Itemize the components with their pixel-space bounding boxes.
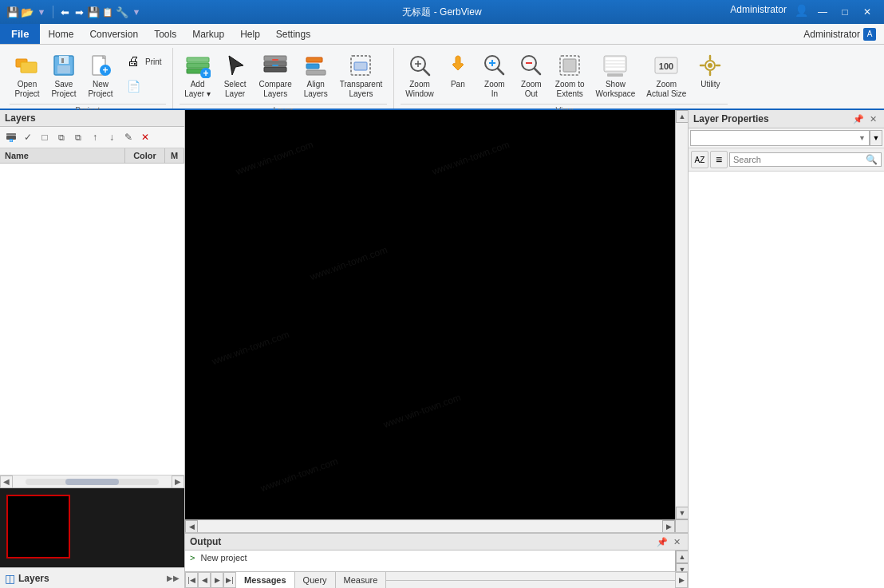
- layers-down-button[interactable]: ↓: [104, 129, 120, 145]
- layers-copy1-button[interactable]: ⧉: [53, 129, 69, 145]
- layers-delete-button[interactable]: ✕: [137, 129, 153, 145]
- menubar: File Home Conversion Tools Markup Help S…: [0, 24, 884, 45]
- prop-sort-cat-button[interactable]: ≡: [710, 151, 728, 168]
- output-vscroll[interactable]: ▲ ▼: [675, 551, 688, 571]
- layers-scroll-track[interactable]: [26, 479, 159, 485]
- show-workspace-button[interactable]: ShowWorkspace: [591, 49, 641, 102]
- minimize-button[interactable]: —: [812, 4, 833, 20]
- print-label: Print: [145, 57, 162, 67]
- menu-help[interactable]: Help: [232, 24, 268, 44]
- layers-check-button[interactable]: ✓: [20, 129, 36, 145]
- tab-nav-prev[interactable]: ◀: [198, 572, 211, 588]
- hscroll-track[interactable]: [198, 520, 662, 532]
- zoom-extents-button[interactable]: Zoom toExtents: [551, 49, 590, 102]
- svg-rect-21: [272, 65, 278, 66]
- vscroll-down-button[interactable]: ▼: [676, 507, 688, 519]
- svg-rect-23: [306, 64, 319, 69]
- utility-button[interactable]: Utility: [693, 49, 728, 93]
- canvas-hscroll[interactable]: ◀ ▶: [185, 519, 675, 532]
- vscroll-track[interactable]: [676, 123, 688, 507]
- print-options-button[interactable]: 📄: [120, 74, 166, 98]
- tab-nav-next[interactable]: ▶: [211, 572, 223, 588]
- tab-scroll-right[interactable]: ▶: [675, 572, 688, 588]
- menu-settings[interactable]: Settings: [268, 24, 318, 44]
- output-controls: 📌 ✕: [656, 535, 683, 548]
- canvas-content[interactable]: www.win-town.com www.win-town.com www.wi…: [185, 110, 688, 532]
- maximize-button[interactable]: □: [835, 4, 855, 20]
- quick-access-icon-1: 💾: [6, 6, 19, 18]
- menu-tools[interactable]: Tools: [146, 24, 184, 44]
- right-panel-close-button[interactable]: ✕: [866, 112, 879, 125]
- layers-panel-title: Layers: [0, 110, 184, 127]
- bottom-layers-bar: ◫ Layers ▶▶: [0, 567, 184, 588]
- print-button[interactable]: 🖨 Print: [120, 49, 166, 73]
- wm4: www.win-town.com: [210, 329, 290, 367]
- zoom-in-button[interactable]: ZoomIn: [477, 49, 512, 102]
- output-close-button[interactable]: ✕: [670, 535, 683, 548]
- right-panel-dropdown[interactable]: ▼: [690, 130, 870, 146]
- layers-square-button[interactable]: □: [37, 129, 53, 145]
- zoom-out-button[interactable]: ZoomOut: [514, 49, 549, 102]
- transparent-layers-button[interactable]: TransparentLayers: [335, 49, 388, 102]
- search-icon[interactable]: 🔍: [866, 154, 878, 165]
- right-panel-pin-button[interactable]: 📌: [852, 112, 865, 125]
- layers-add-button[interactable]: +: [3, 129, 19, 145]
- tab-messages[interactable]: Messages: [236, 572, 295, 588]
- menu-file[interactable]: File: [0, 24, 40, 44]
- layers-up-button[interactable]: ↑: [87, 129, 103, 145]
- output-pin-button[interactable]: 📌: [656, 535, 669, 548]
- tab-nav-first[interactable]: |◀: [185, 572, 198, 588]
- quick-access-icon-8: 🔧: [116, 6, 128, 18]
- save-project-button[interactable]: SaveProject: [46, 49, 81, 102]
- tab-query[interactable]: Query: [295, 572, 336, 588]
- canvas-vscroll[interactable]: ▲ ▼: [675, 110, 688, 519]
- zoom-extents-icon: [557, 53, 582, 78]
- output-text: New project: [201, 553, 247, 562]
- add-layer-button[interactable]: + AddLayer ▾: [180, 49, 216, 102]
- out-vscroll-up[interactable]: ▲: [676, 551, 688, 563]
- user-avatar-icon: A: [863, 28, 876, 41]
- right-panel-dropdown-scroll[interactable]: ▼: [870, 130, 882, 146]
- canvas-black[interactable]: www.win-town.com www.win-town.com www.wi…: [185, 110, 675, 532]
- align-layers-button[interactable]: AlignLayers: [298, 49, 333, 102]
- prop-sort-alpha-button[interactable]: AZ: [691, 151, 708, 168]
- svg-text:+: +: [102, 65, 108, 76]
- menu-home[interactable]: Home: [40, 24, 81, 44]
- hscroll-left-button[interactable]: ◀: [185, 520, 198, 532]
- scroll-right-button[interactable]: ▶: [172, 476, 184, 488]
- right-panel-title: Layer Properties: [693, 113, 769, 124]
- close-button[interactable]: ✕: [857, 4, 878, 20]
- svg-line-36: [535, 69, 540, 74]
- wm1: www.win-town.com: [235, 139, 315, 177]
- layers-scrollbar[interactable]: ◀ ▶: [0, 475, 184, 487]
- open-project-button[interactable]: OpenProject: [10, 49, 45, 102]
- select-layer-button[interactable]: SelectLayer: [218, 49, 253, 102]
- compare-layers-button[interactable]: CompareLayers: [255, 49, 297, 102]
- layers-copy2-button[interactable]: ⧉: [70, 129, 86, 145]
- scroll-left-button[interactable]: ◀: [0, 476, 13, 488]
- add-layer-icon: +: [185, 53, 211, 78]
- right-panel-header: Layer Properties 📌 ✕: [689, 110, 884, 128]
- add-layer-label: AddLayer ▾: [184, 80, 211, 99]
- new-project-button[interactable]: + NewProject: [83, 49, 118, 102]
- zoom-actual-button[interactable]: 100 ZoomActual Size: [641, 49, 691, 102]
- search-input[interactable]: [733, 155, 866, 164]
- hscroll-right-button[interactable]: ▶: [662, 520, 675, 532]
- bottom-layers-expand[interactable]: ▶▶: [167, 574, 180, 582]
- menu-user: Administrator A: [795, 28, 884, 41]
- quick-access-expand[interactable]: ▼: [130, 6, 143, 18]
- layers-edit-button[interactable]: ✎: [120, 129, 136, 145]
- wm2: www.win-town.com: [431, 139, 511, 177]
- pan-icon: [445, 53, 471, 78]
- vscroll-up-button[interactable]: ▲: [676, 110, 688, 123]
- menu-markup[interactable]: Markup: [184, 24, 232, 44]
- pan-button[interactable]: Pan: [440, 49, 476, 93]
- menu-conversion[interactable]: Conversion: [81, 24, 146, 44]
- out-vscroll-down[interactable]: ▼: [676, 563, 688, 571]
- svg-text:+: +: [203, 68, 208, 78]
- layers-content[interactable]: [0, 164, 184, 475]
- tab-measure[interactable]: Measure: [336, 572, 387, 588]
- zoom-window-button[interactable]: ZoomWindow: [401, 49, 439, 102]
- tab-nav-last[interactable]: ▶|: [223, 572, 236, 588]
- svg-rect-39: [563, 59, 576, 72]
